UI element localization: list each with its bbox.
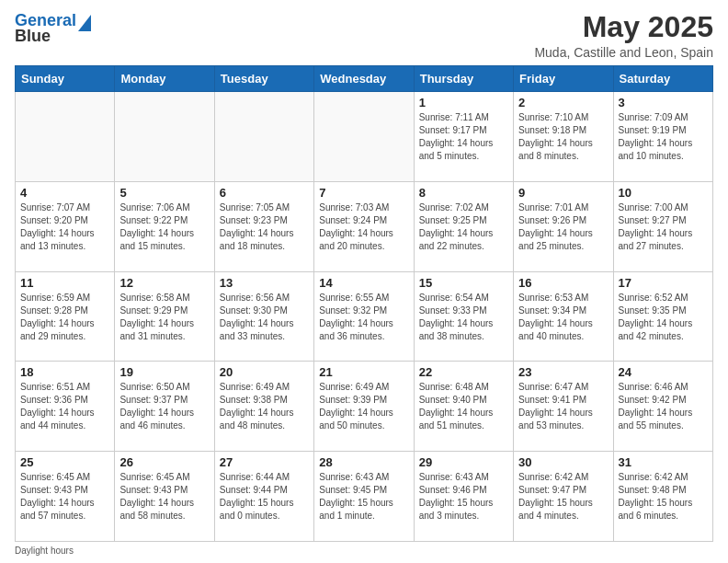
day-info: Sunrise: 6:58 AM Sunset: 9:29 PM Dayligh… bbox=[119, 292, 209, 343]
day-number: 7 bbox=[319, 186, 408, 200]
calendar-cell: 19Sunrise: 6:50 AM Sunset: 9:37 PM Dayli… bbox=[115, 362, 214, 452]
day-info: Sunrise: 6:48 AM Sunset: 9:40 PM Dayligh… bbox=[419, 381, 508, 432]
day-info: Sunrise: 6:45 AM Sunset: 9:43 PM Dayligh… bbox=[119, 471, 209, 523]
day-info: Sunrise: 7:07 AM Sunset: 9:20 PM Dayligh… bbox=[20, 201, 109, 253]
calendar-week-3: 11Sunrise: 6:59 AM Sunset: 9:28 PM Dayli… bbox=[16, 271, 713, 362]
calendar-cell bbox=[16, 92, 115, 182]
weekday-header-tuesday: Tuesday bbox=[214, 66, 313, 92]
day-number: 25 bbox=[20, 455, 109, 469]
day-info: Sunrise: 6:49 AM Sunset: 9:38 PM Dayligh… bbox=[220, 381, 309, 432]
day-number: 28 bbox=[319, 455, 408, 469]
calendar-cell: 10Sunrise: 7:00 AM Sunset: 9:27 PM Dayli… bbox=[613, 181, 712, 271]
day-info: Sunrise: 7:09 AM Sunset: 9:19 PM Dayligh… bbox=[619, 111, 708, 163]
calendar-cell: 24Sunrise: 6:46 AM Sunset: 9:42 PM Dayli… bbox=[613, 362, 712, 452]
day-info: Sunrise: 6:51 AM Sunset: 9:36 PM Dayligh… bbox=[20, 381, 109, 432]
day-info: Sunrise: 7:00 AM Sunset: 9:27 PM Dayligh… bbox=[619, 201, 708, 253]
calendar-week-5: 25Sunrise: 6:45 AM Sunset: 9:43 PM Dayli… bbox=[16, 452, 713, 542]
calendar-cell: 3Sunrise: 7:09 AM Sunset: 9:19 PM Daylig… bbox=[613, 92, 712, 182]
day-number: 27 bbox=[220, 455, 309, 469]
day-info: Sunrise: 7:11 AM Sunset: 9:17 PM Dayligh… bbox=[419, 111, 508, 163]
calendar-cell: 21Sunrise: 6:49 AM Sunset: 9:39 PM Dayli… bbox=[314, 362, 414, 452]
day-number: 31 bbox=[619, 455, 708, 469]
calendar-cell bbox=[314, 92, 414, 182]
calendar-cell: 26Sunrise: 6:45 AM Sunset: 9:43 PM Dayli… bbox=[115, 452, 214, 542]
day-number: 24 bbox=[619, 365, 708, 379]
day-info: Sunrise: 6:49 AM Sunset: 9:39 PM Dayligh… bbox=[319, 381, 408, 432]
day-info: Sunrise: 6:50 AM Sunset: 9:37 PM Dayligh… bbox=[119, 381, 209, 432]
day-info: Sunrise: 6:44 AM Sunset: 9:44 PM Dayligh… bbox=[220, 471, 309, 523]
day-number: 5 bbox=[119, 186, 209, 200]
day-info: Sunrise: 6:55 AM Sunset: 9:32 PM Dayligh… bbox=[319, 292, 408, 343]
month-title: May 2025 bbox=[534, 11, 713, 43]
day-info: Sunrise: 7:03 AM Sunset: 9:24 PM Dayligh… bbox=[319, 201, 408, 253]
calendar-cell bbox=[214, 92, 313, 182]
day-info: Sunrise: 7:06 AM Sunset: 9:22 PM Dayligh… bbox=[119, 201, 209, 253]
page: General Blue May 2025 Muda, Castille and… bbox=[0, 0, 728, 563]
day-info: Sunrise: 7:01 AM Sunset: 9:26 PM Dayligh… bbox=[518, 201, 608, 253]
day-info: Sunrise: 6:54 AM Sunset: 9:33 PM Dayligh… bbox=[419, 292, 508, 343]
logo: General Blue bbox=[15, 11, 91, 46]
calendar-cell: 18Sunrise: 6:51 AM Sunset: 9:36 PM Dayli… bbox=[16, 362, 115, 452]
calendar-cell: 20Sunrise: 6:49 AM Sunset: 9:38 PM Dayli… bbox=[214, 362, 313, 452]
weekday-header-thursday: Thursday bbox=[414, 66, 513, 92]
day-number: 2 bbox=[518, 96, 608, 109]
day-number: 6 bbox=[220, 186, 309, 200]
calendar-cell: 25Sunrise: 6:45 AM Sunset: 9:43 PM Dayli… bbox=[16, 452, 115, 542]
day-number: 30 bbox=[518, 455, 608, 469]
calendar-cell: 2Sunrise: 7:10 AM Sunset: 9:18 PM Daylig… bbox=[514, 92, 613, 182]
title-section: May 2025 Muda, Castille and Leon, Spain bbox=[534, 11, 713, 60]
calendar-cell: 14Sunrise: 6:55 AM Sunset: 9:32 PM Dayli… bbox=[314, 271, 414, 362]
calendar-cell: 16Sunrise: 6:53 AM Sunset: 9:34 PM Dayli… bbox=[514, 271, 613, 362]
day-number: 21 bbox=[319, 365, 408, 379]
calendar-cell: 31Sunrise: 6:42 AM Sunset: 9:48 PM Dayli… bbox=[613, 452, 712, 542]
weekday-header-friday: Friday bbox=[514, 66, 613, 92]
day-info: Sunrise: 6:43 AM Sunset: 9:45 PM Dayligh… bbox=[319, 471, 408, 523]
day-number: 12 bbox=[119, 276, 209, 290]
calendar-cell: 23Sunrise: 6:47 AM Sunset: 9:41 PM Dayli… bbox=[514, 362, 613, 452]
calendar-cell: 12Sunrise: 6:58 AM Sunset: 9:29 PM Dayli… bbox=[115, 271, 214, 362]
day-number: 22 bbox=[419, 365, 508, 379]
day-info: Sunrise: 6:45 AM Sunset: 9:43 PM Dayligh… bbox=[20, 471, 109, 523]
day-number: 19 bbox=[119, 365, 209, 379]
day-info: Sunrise: 6:53 AM Sunset: 9:34 PM Dayligh… bbox=[518, 292, 608, 343]
day-number: 15 bbox=[419, 276, 508, 290]
header: General Blue May 2025 Muda, Castille and… bbox=[15, 11, 713, 60]
day-number: 4 bbox=[20, 186, 109, 200]
location-title: Muda, Castille and Leon, Spain bbox=[534, 45, 713, 60]
day-number: 17 bbox=[619, 276, 708, 290]
day-number: 11 bbox=[20, 276, 109, 290]
day-number: 29 bbox=[419, 455, 508, 469]
calendar-cell: 15Sunrise: 6:54 AM Sunset: 9:33 PM Dayli… bbox=[414, 271, 513, 362]
weekday-header-monday: Monday bbox=[115, 66, 214, 92]
calendar-table: SundayMondayTuesdayWednesdayThursdayFrid… bbox=[15, 65, 713, 542]
day-info: Sunrise: 7:10 AM Sunset: 9:18 PM Dayligh… bbox=[518, 111, 608, 163]
calendar-cell: 7Sunrise: 7:03 AM Sunset: 9:24 PM Daylig… bbox=[314, 181, 414, 271]
calendar-cell: 9Sunrise: 7:01 AM Sunset: 9:26 PM Daylig… bbox=[514, 181, 613, 271]
weekday-header-sunday: Sunday bbox=[16, 66, 115, 92]
calendar-cell: 8Sunrise: 7:02 AM Sunset: 9:25 PM Daylig… bbox=[414, 181, 513, 271]
calendar-cell: 4Sunrise: 7:07 AM Sunset: 9:20 PM Daylig… bbox=[16, 181, 115, 271]
calendar-cell: 29Sunrise: 6:43 AM Sunset: 9:46 PM Dayli… bbox=[414, 452, 513, 542]
day-number: 20 bbox=[220, 365, 309, 379]
day-number: 10 bbox=[619, 186, 708, 200]
day-info: Sunrise: 6:56 AM Sunset: 9:30 PM Dayligh… bbox=[220, 292, 309, 343]
calendar-cell: 17Sunrise: 6:52 AM Sunset: 9:35 PM Dayli… bbox=[613, 271, 712, 362]
logo-blue: Blue bbox=[15, 28, 51, 46]
calendar-week-1: 1Sunrise: 7:11 AM Sunset: 9:17 PM Daylig… bbox=[16, 92, 713, 182]
day-info: Sunrise: 6:59 AM Sunset: 9:28 PM Dayligh… bbox=[20, 292, 109, 343]
day-number: 26 bbox=[119, 455, 209, 469]
day-number: 8 bbox=[419, 186, 508, 200]
calendar-cell bbox=[115, 92, 214, 182]
calendar-cell: 5Sunrise: 7:06 AM Sunset: 9:22 PM Daylig… bbox=[115, 181, 214, 271]
day-number: 23 bbox=[518, 365, 608, 379]
weekday-header-row: SundayMondayTuesdayWednesdayThursdayFrid… bbox=[16, 66, 713, 92]
calendar-cell: 27Sunrise: 6:44 AM Sunset: 9:44 PM Dayli… bbox=[214, 452, 313, 542]
day-number: 14 bbox=[319, 276, 408, 290]
calendar-cell: 30Sunrise: 6:42 AM Sunset: 9:47 PM Dayli… bbox=[514, 452, 613, 542]
calendar-cell: 6Sunrise: 7:05 AM Sunset: 9:23 PM Daylig… bbox=[214, 181, 313, 271]
day-number: 3 bbox=[619, 96, 708, 109]
day-number: 18 bbox=[20, 365, 109, 379]
day-number: 13 bbox=[220, 276, 309, 290]
day-info: Sunrise: 6:47 AM Sunset: 9:41 PM Dayligh… bbox=[518, 381, 608, 432]
svg-marker-0 bbox=[78, 15, 91, 31]
